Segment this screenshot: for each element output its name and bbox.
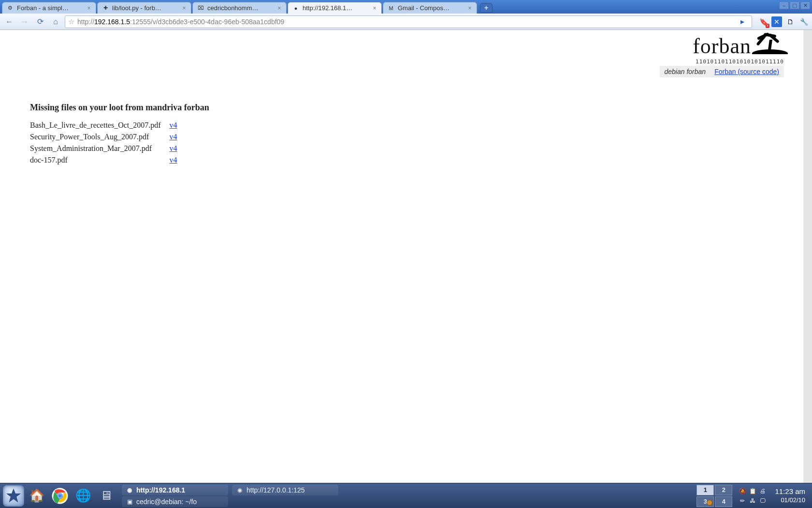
forward-button[interactable]: → [18,15,31,28]
tab-close-button[interactable]: × [181,5,187,11]
tray-clipboard-icon[interactable]: 📋 [748,487,757,495]
address-bar[interactable]: ☆ http://192.168.1.5:12555/v/d3cb6de3-e5… [65,15,752,28]
kde-taskbar: 🏠 🌐 🖥 ◉ http://192.168.1 ◉ http://127.0.… [0,483,812,508]
pager-desktop-3[interactable]: 3 [696,496,714,507]
reload-button[interactable]: ⟳ [34,15,46,28]
site-subheader: debian forban Forban (source code) [660,66,784,77]
clock-date: 01/02/10 [775,496,805,505]
toolbar-extensions: 🔖7 ✕ 🗋 🔧 [755,16,809,27]
launcher-home-icon[interactable]: 🏠 [26,485,47,507]
launcher-konsole-icon[interactable]: 🖥 [96,485,117,507]
window-controls: – ▢ ✕ [779,1,810,9]
file-name: doc-157.pdf [30,154,170,166]
tray-network-icon[interactable]: 🖧 [748,496,757,505]
pager-desktop-2[interactable]: 2 [715,485,732,495]
file-version-link[interactable]: v4 [170,121,177,129]
home-button[interactable]: ⌂ [49,15,62,28]
task-entry-label: http://127.0.0.1:125 [246,486,305,494]
chrome-favicon-icon: ◉ [236,486,244,494]
go-play-icon[interactable]: ▸ [736,15,749,28]
task-entry-active[interactable]: ◉ http://192.168.1 [122,485,228,495]
task-entry-label: cedric@debian: ~/fo [136,498,197,506]
tray-icon[interactable]: ✏ [738,496,747,505]
task-entries: ◉ http://192.168.1 ◉ http://127.0.0.1:12… [122,485,338,507]
site-header: forban 110101101101010101011110 debian f… [660,34,784,77]
url-text[interactable]: http://192.168.1.5:12555/v/d3cb6de3-e500… [77,18,733,26]
window-minimize-button[interactable]: – [779,1,789,9]
browser-tab[interactable]: ⌧cedricbonhomm…× [192,2,287,14]
page-heading: Missing files on your loot from mandriva… [30,103,803,113]
table-row: System_Administration_Mar_2007.pdfv4 [30,143,186,154]
tab-favicon-icon: ✚ [102,4,109,12]
tab-close-button[interactable]: × [86,5,92,11]
tray-icon[interactable]: 🔕 [738,487,747,495]
missing-files-table: Bash_Le_livre_de_recettes_Oct_2007.pdfv4… [30,120,186,166]
bookmark-star-icon[interactable]: ☆ [68,17,74,26]
browser-tab[interactable]: ●http://192.168.1…× [288,2,382,14]
browser-tab[interactable]: MGmail - Compos…× [383,2,477,14]
browser-tabstrip: ⚙Forban - a simpl…×✚lib/loot.py - forb…×… [0,0,812,14]
file-version-link[interactable]: v4 [170,144,177,152]
chrome-favicon-icon: ◉ [126,486,133,494]
file-version-link[interactable]: v4 [170,133,177,141]
pager-desktop-4[interactable]: 4 [715,496,732,507]
k-menu-button[interactable] [3,485,24,507]
site-logo-text: forban [693,34,751,59]
taskbar-clock[interactable]: 11:23 am 01/02/10 [771,487,809,504]
page-menu-icon[interactable]: 🗋 [785,16,796,27]
tray-icon[interactable]: 🖨 [758,487,767,495]
launcher-web-icon[interactable]: 🌐 [72,485,94,507]
tab-title: cedricbonhomm… [207,4,275,12]
tab-title: Gmail - Compos… [398,4,465,12]
tab-close-button[interactable]: × [467,5,473,11]
browser-toolbar: ← → ⟳ ⌂ ☆ http://192.168.1.5:12555/v/d3c… [0,14,812,30]
system-tray[interactable]: 🔕 📋 🖨 ✏ 🖧 🖵 [738,487,767,505]
tab-close-button[interactable]: × [372,5,377,11]
url-host: 192.168.1.5 [94,18,130,26]
tab-title: lib/loot.py - forb… [112,4,179,12]
scrollbar-down-button[interactable]: ▼ [804,475,812,483]
file-version-link[interactable]: v4 [170,156,177,164]
browser-tab[interactable]: ✚lib/loot.py - forb…× [97,2,191,14]
file-name: Bash_Le_livre_de_recettes_Oct_2007.pdf [30,120,170,131]
taskbar-right: 1 2 3 4 🔕 📋 🖨 ✏ 🖧 🖵 11:23 am 01/02/10 [696,485,809,507]
extension-icon-2[interactable]: ✕ [771,16,782,27]
tray-icon[interactable]: 🖵 [758,496,767,505]
scrollbar-up-button[interactable]: ▲ [804,30,812,38]
table-row: doc-157.pdfv4 [30,154,186,166]
tab-favicon-icon: ⚙ [6,4,14,12]
task-entry[interactable]: ◉ http://127.0.0.1:125 [232,485,338,495]
svg-point-3 [58,494,62,498]
wrench-menu-icon[interactable]: 🔧 [798,16,809,27]
url-path: :12555/v/d3cb6de3-e500-4dac-96eb-508aa1c… [130,18,284,26]
pager-desktop-1[interactable]: 1 [696,485,714,495]
window-close-button[interactable]: ✕ [800,1,810,9]
table-row: Security_Power_Tools_Aug_2007.pdfv4 [30,131,186,143]
palm-tree-icon [755,34,784,53]
clock-time: 11:23 am [775,487,805,496]
site-logo: forban [660,34,784,59]
desktop-pager[interactable]: 1 2 3 4 [696,485,732,507]
instance-name: debian forban [665,68,706,75]
task-entry-label: http://192.168.1 [136,486,185,494]
tab-favicon-icon: ⌧ [197,4,204,12]
tab-title: http://192.168.1… [303,4,370,12]
launcher-chrome-icon[interactable] [49,485,71,507]
scrollbar-thumb[interactable] [804,45,812,74]
tab-title: Forban - a simpl… [17,4,84,12]
terminal-favicon-icon: ▣ [126,498,133,506]
source-code-link[interactable]: Forban (source code) [714,68,779,75]
task-entry[interactable]: ▣ cedric@debian: ~/fo [122,496,228,507]
extension-icon-1[interactable]: 🔖7 [758,16,768,27]
file-name: Security_Power_Tools_Aug_2007.pdf [30,131,170,143]
new-tab-button[interactable]: + [480,3,493,13]
browser-tab[interactable]: ⚙Forban - a simpl…× [2,2,96,14]
site-logo-binary: 110101101101010101011110 [660,59,784,65]
tab-favicon-icon: ● [292,4,300,12]
tab-close-button[interactable]: × [276,5,282,11]
file-name: System_Administration_Mar_2007.pdf [30,143,170,154]
table-row: Bash_Le_livre_de_recettes_Oct_2007.pdfv4 [30,120,186,131]
window-maximize-button[interactable]: ▢ [790,1,799,9]
url-scheme: http:// [77,18,94,26]
back-button[interactable]: ← [3,15,15,28]
